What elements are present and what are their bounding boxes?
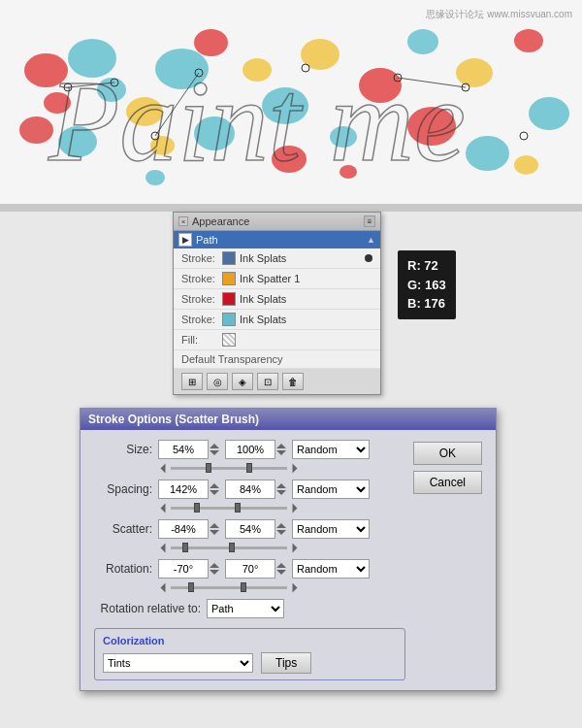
fill-label: Fill:	[181, 334, 218, 346]
color-b: B: 176	[407, 294, 446, 314]
scatter-min-input[interactable]	[158, 519, 209, 539]
rotation-max-down[interactable]	[276, 570, 286, 575]
size-max-down[interactable]	[276, 450, 286, 455]
stroke-options-titlebar: Stroke Options (Scatter Brush)	[81, 409, 496, 430]
size-max-spin	[276, 443, 286, 456]
size-min-up[interactable]	[210, 444, 219, 448]
rotation-max-input[interactable]	[225, 559, 275, 579]
spacing-slider-left[interactable]	[161, 504, 166, 513]
rotation-slider-handle-max[interactable]	[241, 582, 246, 592]
spacing-min-down[interactable]	[210, 490, 219, 495]
rotation-min-up[interactable]	[210, 563, 219, 568]
paint-text-svg: Paint me	[29, 29, 553, 184]
scatter-max-up[interactable]	[276, 523, 286, 528]
rotation-min-input-group	[158, 559, 219, 579]
rotation-slider-right[interactable]	[293, 583, 298, 593]
spacing-max-spin	[276, 482, 286, 496]
stroke-swatch-2[interactable]	[222, 272, 236, 285]
rotation-label: Rotation:	[94, 562, 152, 576]
scatter-label: Scatter:	[94, 522, 152, 536]
spacing-min-input[interactable]	[158, 480, 209, 499]
rotation-relative-dropdown[interactable]: Path	[207, 599, 284, 618]
scatter-max-input-group	[225, 519, 286, 539]
size-min-input[interactable]	[158, 440, 209, 459]
panel-close-button[interactable]: ×	[178, 216, 188, 226]
spacing-dropdown[interactable]: Random	[292, 480, 370, 499]
stroke-label-1: Stroke:	[181, 252, 218, 264]
size-slider-track[interactable]	[171, 467, 287, 470]
path-icon: ▶	[178, 233, 192, 247]
scatter-slider-right[interactable]	[293, 544, 298, 553]
spacing-slider-track[interactable]	[171, 507, 287, 510]
size-max-up[interactable]	[276, 444, 286, 448]
stroke-swatch-3[interactable]	[222, 292, 236, 306]
rotation-slider-handle-min[interactable]	[188, 582, 194, 592]
reduce-btn[interactable]: ◎	[207, 373, 228, 390]
rotation-max-input-group	[225, 559, 286, 579]
fill-swatch[interactable]	[222, 333, 236, 347]
rotation-slider-track[interactable]	[171, 586, 287, 589]
panel-toolbar: ⊞ ◎ ◈ ⊡ 🗑	[174, 369, 380, 394]
panel-menu-button[interactable]: ≡	[364, 215, 375, 227]
spacing-max-down[interactable]	[276, 490, 286, 495]
panel-rows: Stroke: Ink Splats Stroke: Ink Spatter 1…	[174, 248, 380, 369]
colorization-title: Colorization	[103, 635, 397, 646]
size-label: Size:	[94, 443, 152, 456]
colorization-dropdown[interactable]: Tints	[103, 653, 253, 673]
scatter-max-input[interactable]	[225, 519, 275, 539]
new-art-btn[interactable]: ◈	[232, 373, 253, 390]
delete-btn[interactable]: 🗑	[282, 373, 304, 390]
rotation-min-input[interactable]	[158, 559, 209, 579]
stroke-options-dialog: Stroke Options (Scatter Brush) Size:	[80, 408, 497, 691]
scatter-slider-track[interactable]	[171, 546, 287, 549]
spacing-slider-handle-max[interactable]	[235, 503, 241, 513]
size-min-down[interactable]	[210, 450, 219, 455]
stroke-row-3: Stroke: Ink Splats	[174, 289, 380, 310]
spacing-label: Spacing:	[94, 482, 152, 496]
scatter-row: Scatter:	[94, 519, 405, 539]
scroll-arrow: ▲	[367, 235, 375, 245]
stroke-name-4: Ink Splats	[240, 314, 286, 325]
size-slider-handle-max[interactable]	[246, 463, 252, 473]
spacing-min-spin	[210, 482, 219, 496]
scatter-min-up[interactable]	[210, 523, 219, 528]
color-r: R: 72	[407, 256, 446, 276]
transparency-label: Default Transparency	[181, 353, 283, 365]
size-min-input-group	[158, 440, 219, 459]
svg-text:Paint me: Paint me	[48, 56, 466, 184]
scatter-slider-handle-min[interactable]	[182, 543, 188, 552]
scatter-slider-handle-max[interactable]	[229, 543, 235, 552]
stroke-swatch-1[interactable]	[222, 251, 236, 265]
size-dropdown[interactable]: Random	[292, 440, 370, 459]
colorization-row: Tints Tips	[103, 652, 397, 674]
rotation-slider-left[interactable]	[161, 583, 166, 593]
rotation-min-down[interactable]	[210, 570, 219, 575]
stroke-row-2: Stroke: Ink Spatter 1	[174, 269, 380, 289]
spacing-slider-right[interactable]	[293, 504, 298, 513]
tips-button[interactable]: Tips	[261, 652, 311, 674]
size-slider-left[interactable]	[161, 464, 166, 474]
color-g: G: 163	[407, 276, 446, 295]
size-slider-right[interactable]	[293, 464, 298, 474]
copy-item-btn[interactable]: ⊡	[257, 373, 278, 390]
spacing-max-up[interactable]	[276, 483, 286, 488]
slider-dot-1[interactable]	[365, 254, 372, 262]
dialog-button-group: OK Cancel	[413, 440, 482, 680]
size-min-spin	[210, 443, 219, 456]
spacing-max-input[interactable]	[225, 480, 275, 499]
scatter-dropdown[interactable]: Random	[292, 519, 370, 539]
scatter-slider-row	[158, 545, 405, 551]
rotation-max-up[interactable]	[276, 563, 286, 568]
link-effect-btn[interactable]: ⊞	[181, 373, 203, 390]
ok-button[interactable]: OK	[413, 442, 482, 465]
scatter-slider-left[interactable]	[161, 544, 166, 553]
scatter-min-down[interactable]	[210, 530, 219, 535]
size-max-input[interactable]	[225, 440, 275, 459]
spacing-min-up[interactable]	[210, 483, 219, 488]
stroke-swatch-4[interactable]	[222, 313, 236, 326]
cancel-button[interactable]: Cancel	[413, 471, 482, 494]
size-slider-handle-min[interactable]	[206, 463, 211, 473]
scatter-max-down[interactable]	[276, 530, 286, 535]
spacing-slider-handle-min[interactable]	[194, 503, 200, 513]
rotation-dropdown[interactable]: Random	[292, 559, 370, 579]
